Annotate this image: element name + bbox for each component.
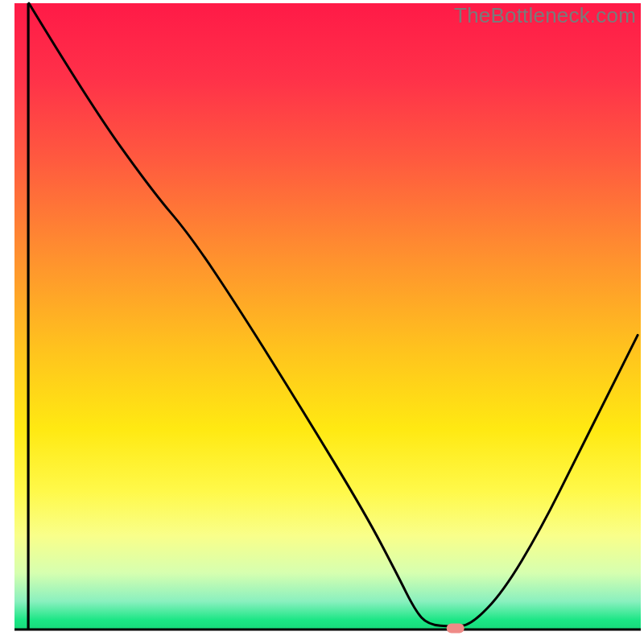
chart-container: TheBottleneck.com bbox=[0, 0, 644, 644]
optimum-marker bbox=[447, 623, 464, 633]
plot-background bbox=[14, 3, 641, 630]
bottleneck-chart bbox=[0, 0, 644, 644]
watermark-text: TheBottleneck.com bbox=[454, 3, 636, 28]
